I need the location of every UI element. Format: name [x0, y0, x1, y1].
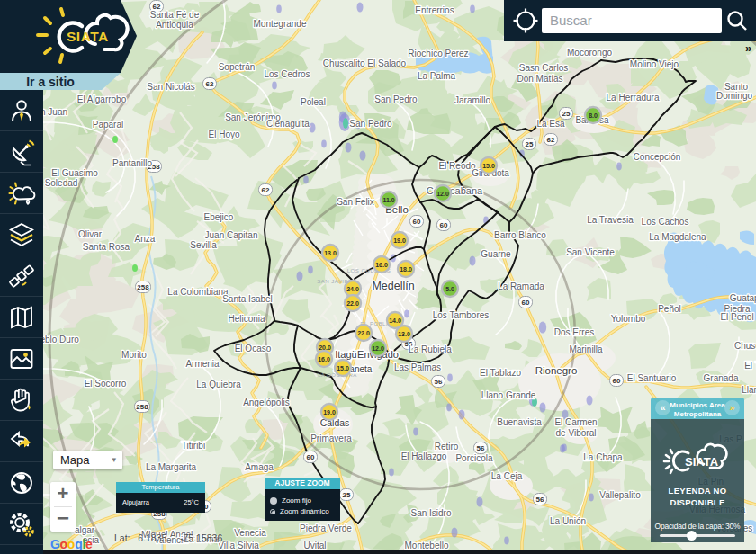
svg-text:56: 56 — [477, 444, 485, 452]
svg-text:San Pedro: San Pedro — [349, 119, 392, 129]
svg-text:El T: El T — [744, 361, 756, 371]
svg-text:Riochico Perez: Riochico Perez — [408, 49, 468, 58]
svg-text:La Herradura: La Herradura — [607, 93, 660, 103]
svg-text:14.0: 14.0 — [389, 317, 401, 324]
svg-text:La Ceja: La Ceja — [491, 471, 523, 481]
svg-text:Guarne: Guarne — [481, 249, 511, 259]
svg-text:La Margarita: La Margarita — [146, 462, 197, 472]
svg-text:8.0: 8.0 — [589, 112, 598, 119]
svg-text:Llano Grande: Llano Grande — [482, 390, 536, 400]
svg-text:Anza: Anza — [135, 234, 156, 244]
svg-text:»: » — [745, 41, 752, 55]
svg-text:El Santuario: El Santuario — [627, 373, 677, 383]
svg-text:La Rubiela: La Rubiela — [409, 344, 452, 354]
svg-text:Jaramillo: Jaramillo — [454, 95, 490, 105]
svg-text:La Chapa: La Chapa — [583, 452, 623, 462]
svg-text:60: 60 — [522, 299, 530, 307]
svg-text:El Guasimo: El Guasimo — [51, 168, 98, 178]
svg-text:16.0: 16.0 — [375, 262, 388, 268]
svg-text:Buenavista: Buenavista — [497, 417, 542, 427]
svg-text:Granada: Granada — [704, 373, 739, 383]
svg-text:La Ramada: La Ramada — [498, 281, 544, 291]
svg-text:Porcicola: Porcicola — [455, 453, 493, 463]
svg-text:12.0: 12.0 — [372, 345, 384, 352]
svg-text:de Viboral: de Viboral — [556, 428, 597, 438]
svg-text:18.0: 18.0 — [400, 266, 412, 273]
svg-text:Santa Isabel: Santa Isabel — [222, 294, 273, 304]
svg-text:Sasn Carlos: Sasn Carlos — [519, 63, 568, 73]
svg-text:SIATA: SIATA — [67, 29, 109, 44]
svg-text:Itagüí: Itagüí — [335, 349, 360, 360]
svg-text:Barro Blanco: Barro Blanco — [494, 230, 546, 240]
svg-text:SIATA: SIATA — [685, 455, 719, 469]
svg-text:Medellín: Medellín — [372, 280, 414, 292]
svg-text:Santa Rosa: Santa Rosa — [83, 242, 130, 252]
svg-text:11.0: 11.0 — [382, 197, 394, 203]
svg-text:15.0: 15.0 — [482, 163, 495, 169]
svg-text:Titiribi: Titiribi — [182, 441, 205, 451]
svg-text:San Pedro: San Pedro — [374, 94, 418, 104]
svg-text:Sevilla: Sevilla — [190, 240, 217, 250]
svg-text:258: 258 — [136, 403, 148, 411]
svg-text:La Esa: La Esa — [536, 119, 565, 129]
svg-text:Cienaguita: Cienaguita — [266, 119, 310, 129]
svg-text:algar: algar — [75, 525, 95, 535]
svg-text:Marinilla: Marinilla — [569, 344, 603, 354]
svg-text:56: 56 — [536, 496, 544, 504]
svg-text:Los Tambores: Los Tambores — [433, 310, 490, 320]
svg-text:25: 25 — [343, 491, 351, 499]
svg-text:25: 25 — [562, 110, 571, 118]
svg-text:13.0: 13.0 — [324, 250, 337, 256]
svg-text:Morito: Morito — [122, 350, 147, 360]
svg-text:22.0: 22.0 — [346, 300, 359, 307]
svg-text:El Reodo: El Reodo — [438, 161, 476, 171]
svg-text:El Ocaso: El Ocaso — [235, 344, 272, 353]
svg-text:Domingo: Domingo — [716, 91, 752, 101]
svg-text:258: 258 — [137, 283, 149, 291]
svg-text:Peñol: Peñol — [658, 304, 681, 314]
svg-text:Juan Capitan: Juan Capitan — [205, 230, 258, 240]
svg-text:60: 60 — [440, 221, 448, 229]
svg-text:Angelópolis: Angelópolis — [243, 398, 290, 407]
svg-text:El Carmen: El Carmen — [554, 417, 597, 427]
svg-text:19.0: 19.0 — [323, 409, 336, 416]
svg-text:Olivar: Olivar — [78, 229, 103, 239]
svg-text:19.0: 19.0 — [393, 237, 406, 244]
svg-text:La Magdalena: La Magdalena — [649, 232, 706, 242]
svg-text:El Hoyo: El Hoyo — [208, 130, 239, 139]
svg-text:Sopetrán: Sopetrán — [219, 62, 256, 72]
svg-text:20.0: 20.0 — [319, 344, 331, 351]
svg-text:Amaga: Amaga — [245, 462, 274, 472]
svg-text:Yolombo: Yolombo — [611, 314, 646, 324]
svg-text:62: 62 — [547, 136, 555, 144]
svg-text:12.0: 12.0 — [436, 191, 449, 197]
svg-text:22.0: 22.0 — [357, 330, 370, 336]
svg-text:Don Matías: Don Matías — [517, 74, 562, 84]
svg-text:Armenia: Armenia — [185, 359, 220, 369]
svg-text:16.0: 16.0 — [318, 356, 330, 362]
svg-text:60: 60 — [613, 377, 621, 385]
svg-text:Chuscal: Chuscal — [734, 341, 756, 351]
svg-text:Guatapé: Guatapé — [730, 293, 756, 303]
svg-text:La Unión: La Unión — [550, 516, 586, 526]
svg-text:San Nicolás: San Nicolás — [147, 82, 194, 92]
svg-text:5.0: 5.0 — [446, 286, 454, 292]
svg-text:El Hallazgo: El Hallazgo — [401, 451, 447, 461]
svg-text:La Palma: La Palma — [418, 71, 456, 81]
svg-text:El Tablazo: El Tablazo — [480, 368, 521, 378]
svg-text:15.0: 15.0 — [337, 365, 349, 371]
svg-text:San Vicente: San Vicente — [566, 247, 615, 257]
svg-text:Poleal: Poleal — [301, 97, 326, 107]
svg-text:El Penol: El Penol — [720, 312, 753, 322]
svg-text:La Travesia: La Travesia — [587, 215, 634, 225]
svg-text:Santa Fé de: Santa Fé de — [150, 10, 200, 20]
svg-text:Rionegro: Rionegro — [536, 365, 578, 376]
svg-text:Concepción: Concepción — [634, 152, 681, 162]
svg-text:San Isidro: San Isidro — [410, 508, 451, 518]
svg-text:Las Palmas: Las Palmas — [394, 362, 441, 372]
svg-text:Pantanillo: Pantanillo — [112, 158, 152, 168]
svg-text:Dos Erres: Dos Erres — [554, 327, 594, 337]
svg-text:56: 56 — [435, 378, 443, 386]
svg-text:13.0: 13.0 — [398, 331, 410, 337]
svg-text:Los Cachos: Los Cachos — [642, 217, 689, 227]
